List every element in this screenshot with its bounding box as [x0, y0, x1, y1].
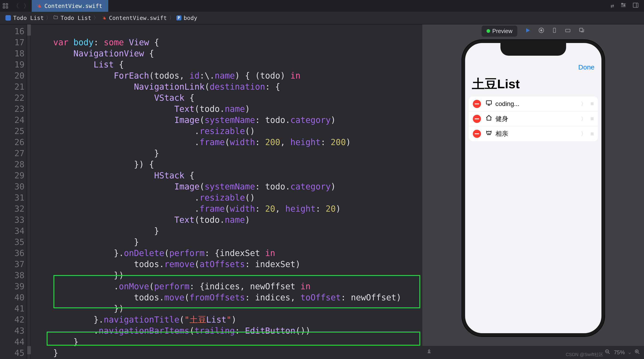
- svg-rect-0: [3, 3, 5, 5]
- adjust-icon[interactable]: [620, 2, 626, 9]
- phone-notch: [500, 43, 566, 56]
- svg-rect-15: [566, 29, 570, 32]
- list-item[interactable]: 健身〉≡: [469, 111, 598, 126]
- preview-canvas[interactable]: Preview: [422, 24, 644, 346]
- play-icon[interactable]: [525, 27, 531, 35]
- svg-line-22: [608, 353, 610, 354]
- top-right-controls: ⇄: [610, 2, 644, 9]
- line-gutter: 1617181920212223242526272829303132333435…: [0, 24, 27, 359]
- highlight-box-1: [54, 275, 420, 308]
- iphone-preview: Done 土豆List coding...〉≡健身〉≡相亲〉≡: [462, 40, 604, 336]
- code-editor[interactable]: 1617181920212223242526272829303132333435…: [0, 24, 422, 359]
- record-icon[interactable]: [538, 27, 544, 35]
- item-icon: [486, 130, 493, 138]
- svg-rect-3: [6, 6, 8, 8]
- chevron-right-icon: 〉: [168, 14, 175, 21]
- variants-icon[interactable]: [578, 27, 585, 35]
- zoom-chevron-icon[interactable]: ⌵: [628, 350, 631, 355]
- breadcrumb-project[interactable]: Todo List: [4, 15, 45, 21]
- breadcrumb-file[interactable]: ContentView.swift: [100, 15, 168, 21]
- svg-line-26: [638, 353, 639, 354]
- svg-marker-11: [526, 28, 530, 32]
- property-icon: P: [176, 15, 182, 20]
- list-item[interactable]: coding...〉≡: [469, 96, 598, 111]
- item-icon: [486, 100, 493, 108]
- page-title: 土豆List: [465, 73, 602, 96]
- zoom-in-icon[interactable]: [634, 349, 640, 356]
- reorder-handle-icon[interactable]: ≡: [590, 100, 594, 107]
- chevron-right-icon: 〉: [581, 130, 586, 137]
- landscape-icon[interactable]: [564, 27, 571, 35]
- svg-rect-14: [554, 28, 556, 32]
- preview-pane: Preview: [422, 24, 644, 359]
- breadcrumb-symbol[interactable]: P body: [175, 15, 198, 21]
- tab-filename: ContentView.swift: [44, 3, 102, 9]
- preview-toolbar: Preview: [482, 24, 585, 37]
- zoom-level[interactable]: 75%: [614, 349, 625, 356]
- delete-icon[interactable]: [473, 100, 481, 108]
- nav-back-icon[interactable]: 〈: [11, 2, 21, 10]
- device-icon[interactable]: [552, 27, 557, 35]
- list-item[interactable]: 相亲〉≡: [469, 126, 598, 141]
- pin-icon[interactable]: [426, 349, 432, 356]
- svg-rect-16: [580, 28, 583, 31]
- fold-bar: [27, 24, 30, 359]
- zoom-out-icon[interactable]: [605, 349, 610, 356]
- swift-icon: [36, 3, 42, 9]
- item-text: 健身: [496, 114, 508, 123]
- grid-icon[interactable]: [0, 3, 11, 8]
- swift-icon: [101, 15, 107, 21]
- chevron-right-icon: 〉: [581, 115, 586, 122]
- compare-icon[interactable]: ⇄: [610, 2, 614, 9]
- tab-bar: 〈 〉 ContentView.swift ⇄: [0, 0, 644, 12]
- item-text: coding...: [496, 100, 520, 107]
- chevron-right-icon: 〉: [581, 100, 586, 107]
- svg-rect-2: [3, 6, 5, 8]
- breadcrumb-folder[interactable]: Todo List: [52, 15, 92, 21]
- split-icon[interactable]: [633, 2, 638, 9]
- item-icon: [486, 114, 493, 123]
- tab-file[interactable]: ContentView.swift: [32, 0, 108, 12]
- svg-rect-7: [622, 3, 622, 4]
- chevron-right-icon: 〉: [45, 14, 52, 21]
- done-button[interactable]: Done: [578, 63, 595, 71]
- folder-icon: [53, 15, 58, 21]
- code-content[interactable]: var body: some View { NavigationView { L…: [33, 26, 401, 359]
- highlight-box-2: [47, 332, 420, 346]
- nav-forward-icon[interactable]: 〉: [21, 2, 32, 10]
- phone-content: Done 土豆List coding...〉≡健身〉≡相亲〉≡: [465, 43, 602, 141]
- phone-nav-bar: Done: [465, 61, 602, 73]
- main-area: 1617181920212223242526272829303132333435…: [0, 24, 644, 359]
- svg-rect-9: [633, 3, 638, 7]
- svg-rect-1: [6, 3, 8, 5]
- item-text: 相亲: [496, 129, 508, 138]
- app-icon: [6, 15, 11, 20]
- chevron-right-icon: 〉: [92, 14, 100, 21]
- delete-icon[interactable]: [473, 130, 481, 138]
- delete-icon[interactable]: [473, 115, 481, 123]
- preview-button[interactable]: Preview: [482, 25, 518, 37]
- svg-point-13: [540, 29, 542, 31]
- svg-rect-8: [624, 5, 625, 6]
- reorder-handle-icon[interactable]: ≡: [590, 115, 594, 122]
- todo-list: coding...〉≡健身〉≡相亲〉≡: [469, 96, 598, 141]
- preview-status-bar: CSDN @Swift社区 75% ⌵: [422, 346, 644, 359]
- svg-rect-17: [486, 101, 492, 104]
- status-dot-icon: [486, 29, 490, 33]
- reorder-handle-icon[interactable]: ≡: [590, 130, 594, 137]
- watermark: CSDN @Swift社区: [566, 352, 603, 358]
- breadcrumb: Todo List 〉 Todo List 〉 ContentView.swif…: [0, 12, 644, 24]
